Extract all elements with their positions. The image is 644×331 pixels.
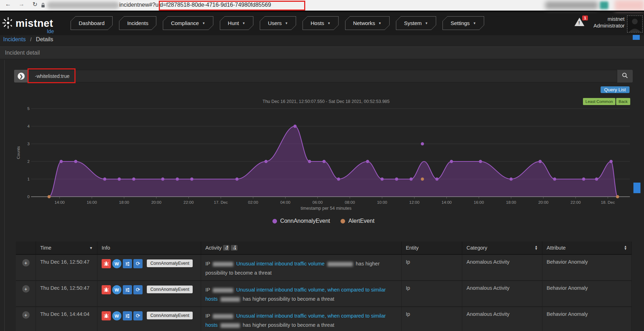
nav-item-hunt[interactable]: Hunt▼	[220, 16, 254, 30]
panel-left-edge	[4, 60, 5, 331]
redacted-value	[221, 323, 240, 328]
back-button[interactable]: Back	[616, 98, 630, 105]
sync-icon[interactable]: ⟳	[133, 285, 143, 294]
expand-row-button[interactable]: +	[22, 311, 30, 319]
table-row: +Thu Dec 16, 12:50:47W⟳ConnAnomalyEventI…	[16, 255, 632, 281]
profile-avatar-blur[interactable]	[615, 0, 644, 11]
column-header-entity: Entity	[402, 241, 462, 254]
nav-item-users[interactable]: Users▼	[260, 16, 296, 30]
breadcrumb: Incidents / Details	[3, 36, 53, 43]
breadcrumb-current: Details	[36, 36, 53, 42]
svg-text:18:00: 18:00	[119, 200, 129, 204]
row-category: Anomalous Activity	[462, 307, 542, 331]
scroll-marker-top[interactable]	[633, 35, 640, 40]
bug-icon[interactable]	[102, 259, 111, 268]
query-search-bar: ❯	[14, 70, 633, 82]
expand-query-button[interactable]: ❯	[14, 70, 28, 82]
activity-text: has higher possibility to become a threa…	[243, 296, 335, 302]
forward-icon[interactable]: →	[17, 1, 26, 8]
svg-text:timestamp per 54 minutes: timestamp per 54 minutes	[301, 206, 351, 211]
column-header-time[interactable]: Time▼	[36, 241, 97, 254]
activity-text: IP	[205, 261, 210, 266]
row-info: W⟳ConnAnomalyEvent	[97, 307, 201, 331]
column-header-expand	[16, 241, 36, 254]
row-entity: Ip	[402, 281, 462, 306]
filters-icon[interactable]	[123, 311, 132, 320]
sort-updown-icon[interactable]: ▲▼	[535, 245, 538, 250]
legend-dot	[341, 219, 345, 223]
legend-item-alertevent[interactable]: AlertEvent	[341, 218, 374, 224]
extension-icon[interactable]	[600, 1, 608, 9]
sort-caret-icon[interactable]: ▼	[89, 246, 93, 250]
legend-item-connanomalyevent[interactable]: ConnAnomalyEvent	[272, 218, 330, 224]
filters-icon[interactable]	[123, 285, 132, 294]
search-button[interactable]	[617, 70, 633, 82]
chevron-down-icon: ▼	[202, 22, 205, 25]
svg-text:18. Dec: 18. Dec	[601, 200, 615, 204]
user-name[interactable]: mistnet Administrator	[594, 16, 625, 29]
nav-item-compliance[interactable]: Compliance▼	[163, 16, 213, 30]
breadcrumb-separator: /	[30, 37, 32, 42]
nav-item-system[interactable]: System▼	[396, 16, 436, 30]
page-header: Incident detail	[0, 47, 644, 59]
row-activity: IP Unusual internal inbound traffic volu…	[201, 307, 402, 331]
query-list-button[interactable]: Query List	[601, 86, 630, 93]
bug-icon[interactable]	[102, 311, 111, 320]
breadcrumb-incidents-link[interactable]: Incidents	[3, 36, 26, 42]
column-header-activity[interactable]: Activity↓AZ↓ZA	[201, 241, 402, 254]
row-time: Thu Dec 16, 12:50:47	[36, 255, 97, 280]
reload-icon[interactable]: ↻	[30, 1, 40, 8]
activity-link[interactable]: Unusual internal inbound traffic volume	[236, 261, 325, 266]
nav-item-incidents[interactable]: Incidents	[119, 16, 156, 30]
search-icon	[622, 72, 628, 80]
sync-icon[interactable]: ⟳	[133, 259, 143, 268]
activity-text: IP	[205, 287, 210, 293]
mistnet-burst-icon	[2, 16, 14, 31]
svg-text:18:00: 18:00	[506, 200, 516, 204]
nav-menu: DashboardIncidentsCompliance▼Hunt▼Users▼…	[71, 16, 484, 30]
nav-item-dashboard[interactable]: Dashboard	[71, 16, 113, 30]
brand-logo[interactable]: mistnet	[2, 16, 53, 31]
least-common-button[interactable]: Least Common	[583, 98, 615, 105]
table-row: +Thu Dec 16, 12:50:47W⟳ConnAnomalyEventI…	[16, 281, 632, 307]
redacted-value	[221, 297, 240, 302]
window-divider	[0, 11, 644, 12]
chart-canvas[interactable]: Thu Dec 16 2021, 12:50:07.550 - Sat Dec …	[14, 94, 633, 214]
table-row: +Thu Dec 16, 14:44:04W⟳ConnAnomalyEventI…	[16, 307, 632, 331]
sort-za-button[interactable]: ↓ZA	[231, 245, 237, 251]
chevron-down-icon: ▼	[425, 22, 428, 25]
expand-row-button[interactable]: +	[22, 259, 30, 266]
sync-icon[interactable]: ⟳	[133, 311, 143, 320]
svg-text:17. Dec: 17. Dec	[214, 200, 228, 204]
column-header-category[interactable]: Category▲▼	[462, 241, 542, 254]
svg-text:3: 3	[28, 142, 30, 146]
url-redacted-segment	[47, 2, 119, 9]
svg-text:2: 2	[28, 159, 30, 164]
sort-updown-icon[interactable]: ▲▼	[624, 245, 627, 250]
watchlist-icon[interactable]: W	[112, 259, 121, 268]
row-category: Anomalous Activity	[462, 281, 542, 306]
bug-icon[interactable]	[102, 285, 111, 294]
watchlist-icon[interactable]: W	[112, 311, 121, 320]
svg-text:16:00: 16:00	[87, 200, 97, 204]
sort-az-button[interactable]: ↓AZ	[223, 245, 230, 251]
brand-sub-label: lde	[47, 28, 54, 34]
event-type-badge: ConnAnomalyEvent	[147, 286, 193, 293]
alerts-count-badge: 1	[582, 16, 588, 20]
scroll-marker-mid[interactable]	[633, 183, 640, 193]
user-avatar[interactable]	[627, 16, 643, 32]
search-input[interactable]	[28, 70, 617, 82]
brand-name: mistnet	[16, 18, 53, 29]
svg-text:Counts: Counts	[16, 146, 20, 159]
column-header-attribute[interactable]: Attribute▲▼	[542, 241, 632, 254]
nav-item-hosts[interactable]: Hosts▼	[302, 16, 338, 30]
nav-item-settings[interactable]: Settings▼	[443, 16, 484, 30]
filters-icon[interactable]	[123, 259, 132, 268]
alerts-warning-icon[interactable]: 1	[574, 18, 589, 28]
back-icon[interactable]: ←	[4, 1, 13, 8]
row-info: W⟳ConnAnomalyEvent	[97, 255, 201, 280]
expand-row-button[interactable]: +	[22, 285, 30, 293]
annotation-box-url	[159, 1, 305, 11]
nav-item-networks[interactable]: Networks▼	[345, 16, 390, 30]
watchlist-icon[interactable]: W	[112, 285, 121, 294]
